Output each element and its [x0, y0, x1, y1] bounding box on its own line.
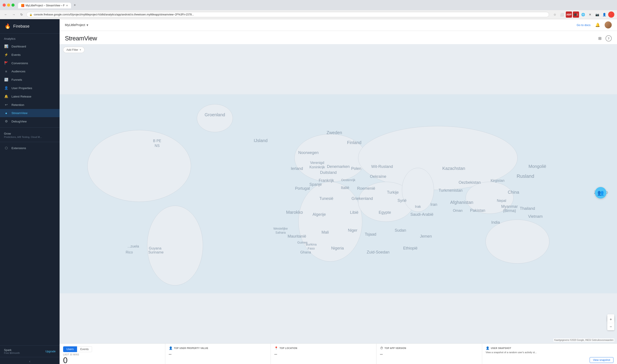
add-filter-button[interactable]: Add Filter +	[63, 47, 85, 53]
zoom-out-button[interactable]: −	[607, 323, 614, 330]
sidebar-item-retention[interactable]: ↩ Retention	[0, 101, 60, 109]
svg-text:Saudi-Arabië: Saudi-Arabië	[410, 212, 433, 217]
extension-icon-5[interactable]: 👤	[601, 12, 607, 18]
chevron-left-icon: ‹	[29, 359, 30, 363]
svg-text:IJsland: IJsland	[254, 138, 268, 143]
svg-text:B PE: B PE	[153, 139, 161, 143]
svg-text:Oostenrijk: Oostenrijk	[341, 178, 356, 182]
plus-icon: +	[80, 48, 81, 52]
extension-icon-6[interactable]: 🔴	[608, 12, 614, 18]
extension-icon-2[interactable]: 🌐	[580, 12, 586, 18]
sidebar-item-events[interactable]: ⚡ Events	[0, 51, 60, 59]
svg-text:Finland: Finland	[347, 140, 361, 145]
svg-text:India: India	[491, 220, 500, 225]
svg-text:Portugal: Portugal	[295, 186, 310, 191]
top-user-property-label: TOP USER PROPERTY VALUE	[174, 347, 208, 350]
screen-mirror-icon[interactable]: ⬜	[559, 12, 565, 18]
map-attribution: Kaartgegevens ©2020 Google, INEGI Gebrui…	[553, 338, 614, 342]
spark-info: Spark Free $0/month	[4, 348, 20, 354]
tab-title: MyLittleProject – StreamView – F	[26, 4, 65, 7]
sidebar-item-dashboard-label: Dashboard	[12, 45, 26, 48]
tab-close-button[interactable]: ✕	[66, 4, 68, 7]
top-app-version-header: ⏱ TOP APP VERSION	[380, 346, 478, 350]
abp-icon[interactable]: ABP	[566, 12, 572, 18]
grow-title: Grow	[4, 132, 56, 135]
close-button[interactable]	[3, 3, 6, 7]
svg-text:Pakistan: Pakistan	[470, 208, 485, 213]
user-property-icon: 👤	[169, 346, 173, 350]
conversions-icon: 🚩	[4, 61, 8, 65]
sidebar-collapse-button[interactable]: ‹	[0, 357, 60, 364]
bookmark-star-icon[interactable]: ☆	[552, 12, 558, 18]
lock-icon: 🔒	[29, 13, 32, 16]
sidebar-item-audiences[interactable]: ≡ Audiences	[0, 67, 60, 76]
top-location-panel: 📍 TOP LOCATION –	[271, 344, 377, 364]
sidebar-item-user-properties[interactable]: 👤 User Properties	[0, 84, 60, 92]
users-tab[interactable]: Users	[63, 346, 77, 352]
zoom-in-button[interactable]: +	[607, 316, 614, 323]
svg-text:Rico: Rico	[126, 250, 133, 254]
sidebar-item-debugview-label: DebugView	[12, 120, 27, 123]
extension-icon-1[interactable]: ⬛2	[573, 12, 579, 18]
svg-text:Oman: Oman	[453, 208, 462, 212]
active-tab[interactable]: MyLittleProject – StreamView – F ✕	[18, 3, 71, 8]
reload-button[interactable]: ↻	[19, 12, 25, 18]
users-per-minute-value: 0	[63, 356, 161, 364]
minimize-button[interactable]	[7, 3, 10, 7]
sidebar-item-dashboard[interactable]: 📊 Dashboard	[0, 42, 60, 51]
svg-text:Verenigd: Verenigd	[310, 161, 324, 165]
svg-text:Koninkrijk: Koninkrijk	[309, 165, 325, 169]
svg-text:Faso: Faso	[308, 247, 315, 250]
back-button[interactable]: ←	[3, 12, 9, 18]
avatar-image	[605, 21, 612, 28]
sidebar-divider-2	[0, 142, 60, 142]
sidebar-item-funnels[interactable]: 📉 Funnels	[0, 76, 60, 84]
events-icon: ⚡	[4, 53, 8, 57]
sidebar-item-latest-release[interactable]: 🔔 Latest Release	[0, 92, 60, 101]
spark-price-label: Free $0/month	[4, 352, 20, 354]
address-bar[interactable]: 🔒 console.firebase.google.com/u/0/projec…	[26, 12, 549, 17]
map-user-icon: 👥	[595, 187, 606, 198]
sidebar-item-events-label: Events	[12, 53, 21, 56]
svg-text:Jemen: Jemen	[420, 234, 432, 238]
notifications-icon[interactable]: 🔔	[594, 21, 601, 28]
svg-text:Ierland: Ierland	[291, 166, 303, 171]
new-tab-button[interactable]: +	[71, 2, 78, 8]
debugview-icon: ⚙	[4, 119, 8, 123]
svg-text:Marokko: Marokko	[286, 210, 303, 215]
tab-favicon	[21, 4, 24, 7]
view-snapshot-button[interactable]: View snapshot	[590, 357, 614, 363]
page-header: StreamView ⊞ ?	[60, 31, 617, 44]
filter-settings-icon[interactable]: ⊞	[596, 34, 604, 42]
forward-button[interactable]: →	[11, 12, 17, 18]
top-app-version-value: –	[380, 351, 478, 357]
svg-text:China: China	[508, 190, 519, 195]
maximize-button[interactable]	[12, 3, 14, 7]
extension-icon-4[interactable]: 📷	[594, 12, 600, 18]
sidebar: 🔥 Firebase Analytics 📊 Dashboard ⚡ Event…	[0, 19, 60, 364]
svg-text:Kirgistan: Kirgistan	[491, 179, 504, 182]
users-map-icon: 👥	[597, 190, 604, 196]
project-selector[interactable]: MyLittleProject ▾	[65, 23, 88, 27]
latest-release-icon: 🔔	[4, 94, 8, 98]
svg-text:Polen: Polen	[351, 166, 361, 171]
sidebar-item-streamview[interactable]: ● StreamView	[0, 109, 60, 117]
help-button[interactable]: ?	[605, 35, 612, 41]
streamview-icon: ●	[4, 111, 8, 115]
user-avatar[interactable]	[605, 21, 612, 28]
sidebar-item-latest-release-label: Latest Release	[12, 95, 31, 98]
svg-text:Turkmenistan: Turkmenistan	[439, 188, 463, 193]
svg-point-7	[197, 104, 233, 132]
svg-text:Syrië: Syrië	[397, 198, 407, 203]
upgrade-button[interactable]: Upgrade	[45, 350, 56, 353]
events-tab[interactable]: Events	[77, 346, 92, 352]
go-to-docs-link[interactable]: Go to docs	[577, 23, 591, 27]
sidebar-item-conversions[interactable]: 🚩 Conversions	[0, 59, 60, 67]
sidebar-item-debugview[interactable]: ⚙ DebugView	[0, 117, 60, 126]
snapshot-icon: 👤	[486, 346, 490, 350]
last-30-mins-label: LAST 30 MINS	[63, 353, 161, 356]
sidebar-item-extensions[interactable]: ⬡ Extensions	[0, 144, 60, 152]
svg-text:Ghana: Ghana	[300, 250, 311, 254]
spark-plan-label: Spark	[4, 348, 20, 352]
extension-icon-3[interactable]: ✕	[587, 12, 593, 18]
